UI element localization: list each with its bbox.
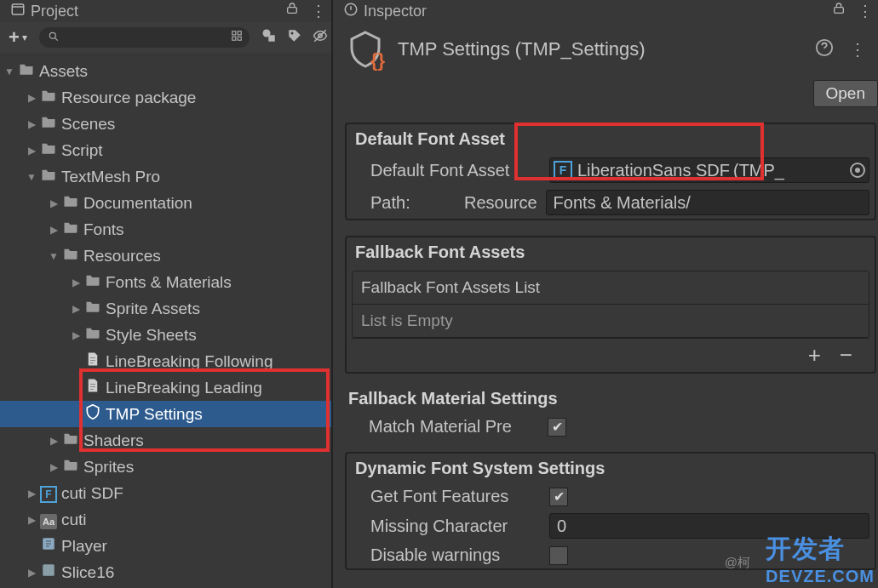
tree-label: Style Sheets: [106, 326, 197, 345]
list-header: Fallback Font Assets List: [353, 271, 869, 305]
font-icon: Aa: [39, 511, 58, 529]
folder-icon: [83, 325, 102, 345]
svg-rect-3: [232, 31, 236, 35]
section-heading: Dynamic Font System Settings: [347, 454, 875, 483]
panel-lock-icon[interactable]: [832, 2, 846, 20]
tree-label: TMP Settings: [106, 405, 203, 424]
folder-icon: [61, 431, 80, 450]
prop-label: Default Font Asset: [370, 161, 541, 180]
tree-folder[interactable]: ▶Sprites: [0, 454, 331, 480]
tree-folder[interactable]: ▶Scenes: [0, 111, 331, 137]
tree-folder[interactable]: ▶Script: [0, 137, 331, 163]
tree-label: Sprite Assets: [106, 300, 200, 318]
tree-folder[interactable]: ▶Style Sheets: [0, 322, 331, 348]
project-tab[interactable]: Project ⋮: [0, 0, 331, 22]
folder-icon: [39, 88, 58, 107]
svg-rect-6: [238, 37, 241, 40]
default-font-asset-field[interactable]: F LiberationSans SDF (TMP_: [549, 157, 869, 183]
prop-label: Path:: [370, 193, 456, 213]
tree-assets-root[interactable]: ▼ Assets: [0, 58, 331, 84]
svg-rect-5: [232, 37, 236, 40]
tree-tmp-settings[interactable]: ▶TMP Settings: [0, 401, 331, 427]
tree-folder[interactable]: ▶Fonts: [0, 216, 331, 243]
tree-folder[interactable]: ▶Fonts & Materials: [0, 269, 331, 295]
tree-label: cuti SDF: [61, 484, 123, 503]
tree-folder[interactable]: ▶Documentation: [0, 190, 331, 216]
search-by-type-icon[interactable]: [231, 29, 243, 46]
tree-label: Assets: [39, 62, 88, 81]
list-empty-label: List is Empty: [353, 305, 869, 337]
svg-text:{}: {}: [370, 49, 386, 71]
section-heading: Default Font Asset: [347, 124, 875, 154]
asset-tree[interactable]: ▼ Assets ▶Resource package ▶Scenes ▶Scri…: [0, 53, 331, 588]
visibility-icon[interactable]: [309, 28, 331, 48]
search-icon: [48, 31, 60, 45]
panel-more-icon[interactable]: ⋮: [311, 2, 326, 20]
sprite-icon: [39, 562, 58, 582]
scriptable-object-icon: [83, 403, 102, 425]
path-field[interactable]: Fonts & Materials/: [546, 190, 869, 215]
tree-folder[interactable]: ▶Resource package: [0, 84, 331, 111]
tree-file[interactable]: ▶LineBreaking Following: [0, 348, 331, 374]
settings-asset-icon: [39, 536, 58, 556]
tree-folder[interactable]: ▶Shaders: [0, 427, 331, 454]
svg-rect-8: [268, 35, 275, 42]
folder-icon: [39, 140, 58, 160]
tree-label: LineBreaking Leading: [106, 379, 262, 397]
tree-label: Resource package: [61, 88, 196, 107]
tree-file[interactable]: ▶Player: [0, 533, 331, 559]
prop-label: Missing Character: [370, 517, 541, 536]
create-asset-button[interactable]: +▾: [5, 26, 31, 49]
prop-label: Get Font Features: [370, 487, 541, 506]
tree-label: Scenes: [61, 115, 115, 134]
help-icon[interactable]: [815, 38, 834, 61]
list-remove-button[interactable]: −: [840, 342, 852, 368]
tree-folder-resources[interactable]: ▼Resources: [0, 243, 331, 269]
inspector-title: TMP Settings (TMP_Settings): [398, 38, 646, 60]
folder-icon: [61, 193, 80, 213]
project-toolbar: +▾: [0, 22, 331, 53]
path-prefix: Resource: [464, 193, 537, 213]
font-asset-pill-icon: F: [554, 161, 572, 180]
prop-label: Match Material Pre: [369, 417, 539, 437]
list-add-button[interactable]: +: [808, 342, 821, 368]
panel-lock-icon[interactable]: [285, 2, 299, 20]
field-value: 0: [557, 517, 566, 536]
inspector-tab[interactable]: Inspector ⋮: [333, 0, 878, 22]
folder-icon: [61, 220, 80, 239]
missing-character-field[interactable]: 0: [549, 513, 869, 539]
folder-icon: [39, 114, 58, 134]
tree-folder[interactable]: ▶Sprite Assets: [0, 295, 331, 322]
disable-warnings-checkbox[interactable]: [549, 546, 568, 565]
inspector-tab-label: Inspector: [364, 3, 427, 20]
fallback-list[interactable]: Fallback Font Assets List List is Empty: [352, 271, 869, 338]
prop-label: Disable warnings: [370, 545, 541, 565]
folder-open-icon: [61, 246, 80, 265]
section-dynamic-font: Dynamic Font System Settings Get Font Fe…: [345, 452, 876, 570]
object-picker-icon[interactable]: [850, 163, 865, 178]
filter-label-icon[interactable]: [284, 28, 306, 48]
tree-font[interactable]: ▶Aacuti: [0, 506, 331, 533]
match-material-checkbox[interactable]: ✔: [548, 418, 566, 437]
tree-label: TextMesh Pro: [61, 168, 160, 186]
tree-label: Slice16: [61, 563, 114, 582]
project-tab-label: Project: [31, 3, 78, 20]
folder-icon: [83, 272, 102, 292]
tree-file[interactable]: ▶Slice16: [0, 559, 331, 585]
tree-label: Documentation: [83, 194, 192, 213]
svg-point-9: [291, 31, 294, 34]
tree-file[interactable]: ▶LineBreaking Leading: [0, 374, 331, 401]
open-button[interactable]: Open: [813, 80, 878, 107]
tree-label: Script: [61, 141, 103, 160]
project-icon: [10, 2, 26, 21]
tree-folder-textmeshpro[interactable]: ▼TextMesh Pro: [0, 163, 331, 190]
svg-rect-12: [43, 564, 55, 576]
get-font-features-checkbox[interactable]: ✔: [549, 488, 568, 506]
obj-field-value: LiberationSans SDF: [577, 161, 730, 180]
tree-font-asset[interactable]: ▶Fcuti SDF: [0, 480, 331, 506]
panel-more-icon[interactable]: ⋮: [858, 2, 873, 20]
filter-type-icon[interactable]: [258, 28, 280, 48]
component-more-icon[interactable]: ⋮: [846, 39, 869, 60]
search-input[interactable]: [39, 27, 250, 48]
text-file-icon: [83, 377, 102, 398]
